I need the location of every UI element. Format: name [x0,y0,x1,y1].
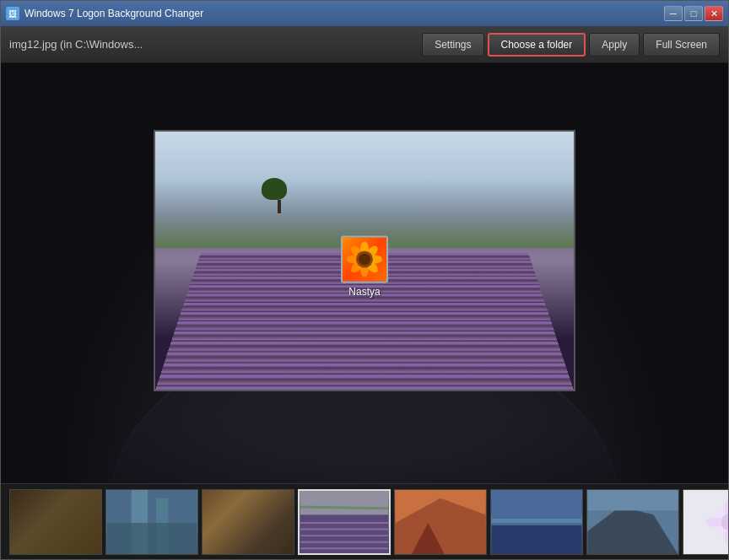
svg-rect-13 [106,522,197,553]
choose-folder-button[interactable]: Choose a folder [488,33,586,57]
thumb-6-inner [491,490,582,554]
close-button[interactable]: ✕ [705,6,723,21]
thumbnail-2[interactable] [105,489,198,555]
app-icon: 🖼 [6,7,19,20]
toolbar: img12.jpg (in C:\Windows... Settings Cho… [1,26,728,63]
preview-background: Nastya [155,132,574,390]
svg-rect-27 [491,522,581,553]
thumbnail-8[interactable] [683,489,728,555]
titlebar-left: 🖼 Windows 7 Logon Background Changer [6,7,203,20]
main-content: Nastya [1,63,728,483]
minimize-button[interactable]: ─ [664,6,683,21]
current-file-label: img12.jpg (in C:\Windows... [9,38,418,51]
tree-silhouette [273,178,287,213]
thumbnail-5[interactable] [394,489,487,555]
svg-rect-16 [300,514,388,553]
app-window: 🖼 Windows 7 Logon Background Changer ─ □… [0,0,729,560]
tree-trunk [278,200,281,213]
window-controls: ─ □ ✕ [664,6,723,21]
svg-point-37 [706,517,722,527]
thumb-7-inner [587,490,678,554]
titlebar: 🖼 Windows 7 Logon Background Changer ─ □… [1,1,728,26]
thumbnail-6[interactable] [490,489,583,555]
user-name-label: Nastya [348,286,380,298]
preview-container: Nastya [154,130,575,391]
svg-point-9 [359,253,370,265]
user-icon-area: Nastya [341,235,388,298]
svg-line-17 [300,506,388,508]
sunflower-icon [344,239,385,279]
svg-rect-28 [491,519,581,525]
thumb-1-inner [10,490,101,554]
window-title: Windows 7 Logon Background Changer [24,8,203,19]
thumb-5-inner [395,490,486,554]
thumbnail-3[interactable] [202,489,294,555]
fullscreen-button[interactable]: Full Screen [643,33,720,57]
apply-button[interactable]: Apply [589,33,640,57]
svg-rect-31 [587,490,678,510]
thumbnail-1[interactable] [9,489,102,555]
restore-button[interactable]: □ [684,6,703,21]
thumb-4-inner [300,491,389,553]
thumbnail-4-selected[interactable] [298,489,391,555]
thumbnail-7[interactable] [586,489,679,555]
thumb-8-inner [683,490,728,554]
thumb-2-inner [106,490,197,554]
svg-rect-15 [300,491,388,514]
user-avatar [341,235,388,283]
tree-top [262,178,287,200]
thumbnail-strip [1,483,728,559]
thumb-3-inner [202,490,294,554]
sky-area [155,132,574,248]
settings-button[interactable]: Settings [422,33,483,57]
